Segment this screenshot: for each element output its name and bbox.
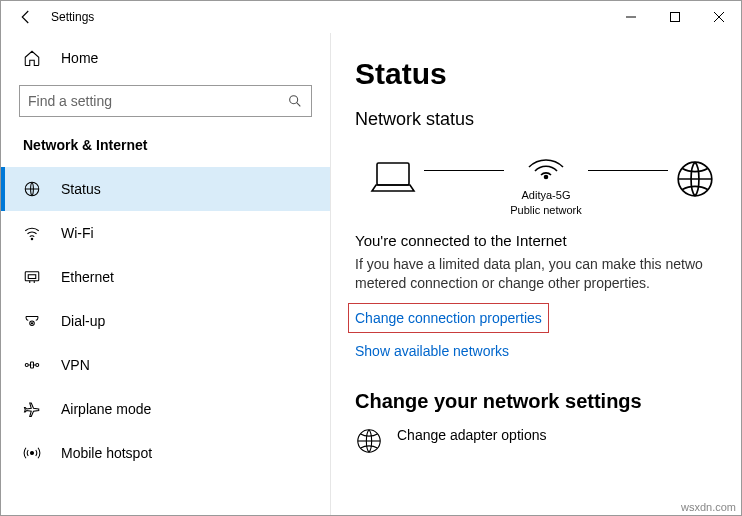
vpn-icon <box>23 356 41 374</box>
sidebar-item-label: Airplane mode <box>61 401 151 417</box>
globe-icon <box>674 157 716 205</box>
wifi-icon <box>23 224 41 242</box>
main-content: Status Network status Aditya-5G Public n… <box>331 33 741 515</box>
svg-point-13 <box>31 323 32 324</box>
connected-description: If you have a limited data plan, you can… <box>355 255 729 294</box>
svg-point-7 <box>31 238 33 240</box>
search-icon <box>287 93 303 109</box>
change-adapter-options[interactable]: Change adapter options <box>355 427 729 455</box>
home-label: Home <box>61 50 98 66</box>
svg-point-15 <box>36 364 39 367</box>
network-name: Aditya-5G <box>510 188 582 203</box>
svg-point-14 <box>25 364 28 367</box>
sidebar-item-label: VPN <box>61 357 90 373</box>
status-icon <box>23 180 41 198</box>
sidebar-item-dialup[interactable]: Dial-up <box>1 299 330 343</box>
adapter-globe-icon <box>355 427 383 455</box>
window-title: Settings <box>51 10 94 24</box>
svg-point-17 <box>31 452 34 455</box>
laptop-icon <box>368 157 418 205</box>
svg-rect-1 <box>671 13 680 22</box>
titlebar: Settings <box>1 1 741 33</box>
wifi-signal-icon <box>525 144 567 184</box>
svg-line-5 <box>297 103 301 107</box>
sidebar-item-hotspot[interactable]: Mobile hotspot <box>1 431 330 475</box>
sidebar-item-label: Mobile hotspot <box>61 445 152 461</box>
svg-point-19 <box>544 176 547 179</box>
home-icon <box>23 49 41 67</box>
connection-line <box>588 170 668 171</box>
sidebar-item-vpn[interactable]: VPN <box>1 343 330 387</box>
sidebar-item-label: Ethernet <box>61 269 114 285</box>
airplane-icon <box>23 400 41 418</box>
change-settings-heading: Change your network settings <box>355 390 729 413</box>
network-diagram: Aditya-5G Public network <box>355 144 729 218</box>
connection-line <box>424 170 504 171</box>
search-field[interactable] <box>28 93 287 109</box>
sidebar-item-status[interactable]: Status <box>1 167 330 211</box>
minimize-button[interactable] <box>609 1 653 33</box>
sidebar: Home Network & Internet Status Wi-Fi <box>1 33 331 515</box>
svg-point-4 <box>290 96 298 104</box>
home-button[interactable]: Home <box>1 33 330 85</box>
sidebar-item-label: Wi-Fi <box>61 225 94 241</box>
back-icon[interactable] <box>17 8 35 26</box>
search-input[interactable] <box>19 85 312 117</box>
watermark: wsxdn.com <box>681 501 736 513</box>
sidebar-item-ethernet[interactable]: Ethernet <box>1 255 330 299</box>
svg-rect-8 <box>25 272 39 281</box>
connected-title: You're connected to the Internet <box>355 232 729 249</box>
hotspot-icon <box>23 444 41 462</box>
maximize-button[interactable] <box>653 1 697 33</box>
section-label: Network & Internet <box>1 135 330 167</box>
ethernet-icon <box>23 268 41 286</box>
dialup-icon <box>23 312 41 330</box>
page-title: Status <box>355 57 729 91</box>
show-available-networks-link[interactable]: Show available networks <box>355 343 509 359</box>
sidebar-item-label: Status <box>61 181 101 197</box>
svg-rect-9 <box>28 275 36 279</box>
change-connection-properties-link[interactable]: Change connection properties <box>355 310 542 326</box>
sidebar-item-wifi[interactable]: Wi-Fi <box>1 211 330 255</box>
close-button[interactable] <box>697 1 741 33</box>
network-type: Public network <box>510 203 582 218</box>
adapter-options-label: Change adapter options <box>397 427 546 443</box>
svg-rect-18 <box>377 163 409 185</box>
sidebar-item-label: Dial-up <box>61 313 105 329</box>
svg-rect-16 <box>31 362 34 368</box>
network-status-heading: Network status <box>355 109 729 130</box>
sidebar-item-airplane[interactable]: Airplane mode <box>1 387 330 431</box>
